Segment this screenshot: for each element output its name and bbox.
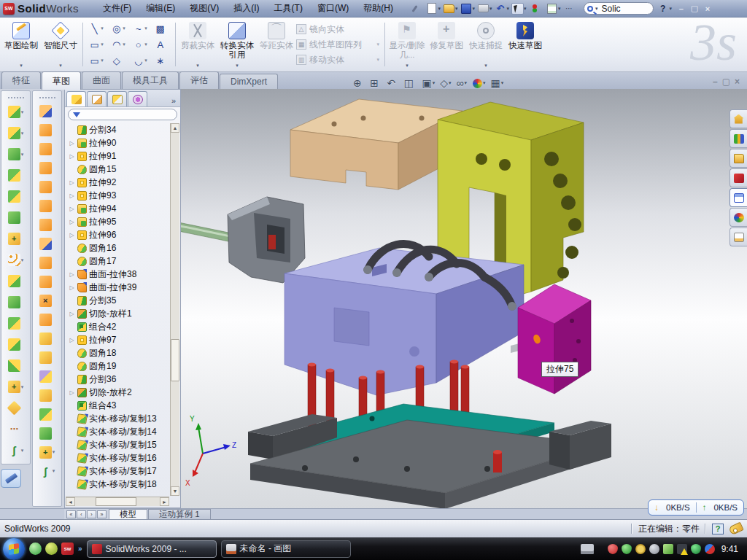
expander-icon[interactable]: ▷ [69, 206, 75, 212]
sketch-button[interactable]: 草图绘制 ▾ [1, 20, 41, 69]
toolbar-button[interactable]: ▾ [425, 3, 442, 15]
previous-view-icon[interactable]: ↶ ▾ [387, 77, 399, 89]
help-button[interactable]: ? [658, 4, 667, 14]
mold-assembly-model[interactable]: Y Z X [181, 89, 747, 508]
expander-icon[interactable]: ▷ [69, 284, 75, 291]
feature-tree-item[interactable]: ▷ 圆角16 [66, 241, 169, 254]
toolbar-button[interactable]: ↶ ▾ [494, 3, 511, 15]
panel-overflow-button[interactable]: » [169, 96, 179, 106]
repair-sketch-button[interactable]: 修复草图 ▾ [427, 20, 466, 69]
sketch-fillet-icon[interactable]: ◡ ▾ [129, 52, 151, 69]
feature-tree-item[interactable]: ▷ 曲面-拉伸38 [66, 268, 169, 281]
feature-tree-item[interactable]: ▷ 实体-移动/复制16 [66, 451, 169, 464]
document-tab[interactable]: 模型 [109, 509, 147, 519]
tree-vertical-scrollbar[interactable]: ▲ ▼ [170, 123, 179, 496]
menu-item[interactable]: 编辑(E) [139, 1, 182, 16]
taskbar-window-button[interactable]: SolidWorks 2009 - ... [87, 540, 217, 558]
feature-tree-item[interactable]: ▷ 拉伸91 [66, 149, 169, 163]
feature-tree-item[interactable]: ▷ 拉伸95 [66, 215, 169, 228]
feature-tree-item[interactable]: ▷ 拉伸93 [66, 189, 169, 202]
toolbar-button[interactable]: ▾ [546, 3, 562, 15]
file-explorer-tab[interactable] [729, 149, 747, 168]
mirror-entities-button[interactable]: △ 镜向实体 ▾ [296, 23, 382, 36]
toolbar-button[interactable]: ▾ [409, 3, 425, 15]
appearances-tab[interactable] [729, 208, 747, 227]
spline-icon[interactable]: ~ ▾ [129, 20, 151, 36]
display-delete-relations-button[interactable]: 显示/删除几... ▾ [387, 20, 427, 69]
menu-item[interactable]: 工具(T) [268, 1, 309, 16]
custom-properties-tab[interactable] [729, 228, 747, 246]
feature-tree-item[interactable]: ▷ 拉伸96 [66, 228, 169, 241]
measure-button[interactable] [1, 469, 21, 488]
keyboard-layout-icon[interactable] [581, 544, 594, 554]
menu-item[interactable]: 窗口(W) [311, 1, 355, 16]
close-button[interactable]: × [701, 3, 714, 14]
minimize-button[interactable]: – [675, 3, 688, 14]
ellipse-icon[interactable]: ○ ▾ [129, 36, 151, 52]
search-input[interactable]: Solic [602, 4, 621, 14]
feature-tree-item[interactable]: ▷ 实体-移动/复制14 [66, 425, 169, 438]
defender-icon[interactable] [691, 544, 701, 554]
point-icon[interactable]: ∗ ▾ [151, 52, 173, 69]
trim-entities-button[interactable]: 剪裁实体 ▾ [178, 20, 217, 69]
dimxpertmanager-tab[interactable] [128, 91, 147, 106]
doc-restore-button[interactable]: ▢ [722, 77, 730, 86]
section-view-icon[interactable]: ◫ ▾ [404, 77, 417, 89]
tags-icon[interactable] [728, 522, 743, 535]
feature-tree-item[interactable]: ▷ 拉伸92 [66, 176, 169, 189]
tree-horizontal-scrollbar[interactable]: ◄ ► [66, 497, 169, 506]
zoom-area-icon[interactable]: ⊞ ▾ [370, 77, 382, 89]
expander-icon[interactable]: ▷ [69, 140, 75, 147]
search-box[interactable]: ▾ Solic [584, 2, 654, 15]
appearances-icon[interactable]: ▾ [472, 79, 486, 88]
menu-item[interactable]: 视图(V) [183, 1, 225, 16]
configurationmanager-tab[interactable] [107, 91, 127, 106]
rapid-sketch-button[interactable]: 快速草图 ▾ [506, 20, 545, 69]
expander-icon[interactable]: ▷ [69, 389, 75, 396]
commandmanager-tab[interactable]: 模具工具 [122, 71, 179, 89]
toolbar-button[interactable]: ▾ [511, 3, 528, 15]
feature-tree-item[interactable]: ▷ 组合43 [66, 399, 169, 412]
move-entities-button[interactable]: ▥ 移动实体 ▾ [296, 53, 382, 66]
commandmanager-tab[interactable]: 草图 [42, 71, 81, 90]
commandmanager-tab[interactable]: 评估 [179, 71, 219, 89]
expander-icon[interactable]: ▷ [69, 311, 75, 317]
expander-icon[interactable]: ▷ [69, 179, 75, 186]
tree-filter-input[interactable] [68, 109, 177, 120]
slide-insert-body[interactable] [181, 197, 305, 283]
quicklaunch-overflow-icon[interactable]: » [78, 545, 82, 553]
rectangle-icon[interactable]: ▭ ▾ [85, 36, 107, 52]
featuremanager-tab[interactable] [66, 91, 86, 106]
sketch-text-icon[interactable]: A ▾ [151, 36, 173, 52]
feature-tree-item[interactable]: ▷ 拉伸90 [66, 136, 169, 149]
feature-tree-item[interactable]: ▷ 拉伸94 [66, 202, 169, 215]
menu-item[interactable]: 文件(F) [96, 1, 138, 16]
scroll-down-icon[interactable]: ▼ [171, 486, 179, 496]
network-icon[interactable] [663, 544, 673, 554]
resources-tab[interactable] [729, 109, 747, 128]
line-icon[interactable]: ╲ ▾ [85, 20, 107, 36]
scroll-up-icon[interactable]: ▲ [171, 123, 179, 133]
toolbar-button[interactable]: ⋯ ▾ [563, 3, 580, 15]
game-icon[interactable] [45, 542, 58, 555]
base-plate[interactable] [248, 414, 611, 508]
graphics-viewport[interactable]: Y Z X ⊕ ▾ ⊞ [181, 89, 747, 508]
feature-tree-item[interactable]: ▷ 拉伸97 [66, 333, 169, 346]
tab-nav-button[interactable]: » [97, 510, 107, 518]
tab-nav-button[interactable]: ‹ [77, 510, 86, 518]
forum-tab[interactable] [729, 168, 747, 187]
volume-icon[interactable] [649, 544, 659, 554]
expander-icon[interactable]: ▷ [69, 232, 75, 238]
scroll-thumb[interactable] [171, 339, 179, 381]
hide-show-items-icon[interactable]: ∞ ▾ [457, 77, 468, 89]
doc-close-button[interactable]: × [735, 77, 740, 86]
feature-tree-item[interactable]: ▷ 圆角19 [66, 359, 169, 373]
commandmanager-tab[interactable]: 特征 [1, 71, 41, 89]
scroll-left-icon[interactable]: ◄ [66, 497, 75, 506]
security-center-icon[interactable] [608, 544, 618, 554]
design-library-tab[interactable] [729, 129, 747, 148]
wireless-alert-icon[interactable] [677, 544, 687, 554]
side-insert-body[interactable] [518, 284, 591, 394]
scene-icon[interactable]: ▦ ▾ [491, 77, 504, 89]
quick-snaps-button[interactable]: 快速捕捉 ▾ [466, 20, 506, 69]
